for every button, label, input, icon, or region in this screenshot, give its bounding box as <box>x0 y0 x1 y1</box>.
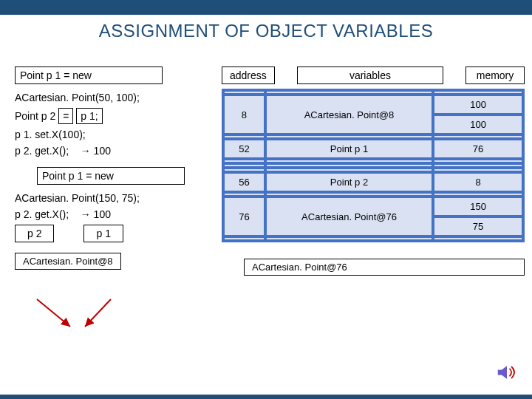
pointer-row: p 2 p 1 <box>15 225 207 242</box>
addr-cell: 76 <box>223 197 265 236</box>
var-cell: Point p 2 <box>265 172 433 192</box>
memory-table: 8 ACartesian. Point@8 100 100 52 Point p… <box>222 89 525 242</box>
pointer-arrows <box>15 296 207 355</box>
code-line-5: p 2. get.X(); → 100 <box>15 145 207 157</box>
object-row: ACartesian. Point@8 <box>15 253 207 270</box>
svg-line-1 <box>85 299 111 327</box>
table-row: 52 Point p 1 76 <box>223 139 523 159</box>
mem-cell: 100 <box>433 115 523 134</box>
code-line-2: ACartesian. Point(50, 100); <box>15 92 207 103</box>
code-column: Point p 1 = new ACartesian. Point(50, 10… <box>15 66 207 270</box>
speaker-icon <box>497 364 517 381</box>
code-line-6: Point p 1 = new <box>37 167 185 185</box>
mem-cell: 76 <box>433 139 523 159</box>
code-fragment-p1: p 1; <box>76 108 102 124</box>
mem-cell: 150 <box>433 197 523 216</box>
slide-content: Point p 1 = new ACartesian. Point(50, 10… <box>15 66 517 387</box>
svg-marker-2 <box>498 366 507 379</box>
object-box-76: ACartesian. Point@76 <box>244 259 525 276</box>
addr-cell: 8 <box>223 95 265 134</box>
addr-cell: 52 <box>223 139 265 159</box>
code-fragment: Point p 2 <box>15 110 55 122</box>
code-line-8: p 2. get.X(); → 100 <box>15 208 207 220</box>
code-fragment: p 2. get.X(); <box>15 145 69 157</box>
code-line-3: Point p 2 = p 1; <box>15 108 207 124</box>
code-fragment: p 2. get.X(); <box>15 208 69 220</box>
header-memory: memory <box>466 66 525 84</box>
header-address: address <box>222 66 275 84</box>
slide-title: ASSIGNMENT OF OBJECT VARIABLES <box>0 21 532 41</box>
mem-cell: 8 <box>433 172 523 192</box>
object-box-8: ACartesian. Point@8 <box>15 253 121 270</box>
var-cell: ACartesian. Point@76 <box>265 197 433 236</box>
pointer-p2: p 2 <box>15 225 54 242</box>
table-row: 8 ACartesian. Point@8 100 <box>223 95 523 115</box>
code-line-7: ACartesian. Point(150, 75); <box>15 192 207 204</box>
code-result: → 100 <box>81 145 111 157</box>
table-row: 76 ACartesian. Point@76 150 <box>223 197 523 216</box>
pointer-p1: p 1 <box>83 225 123 242</box>
addr-cell: 56 <box>223 172 265 192</box>
svg-line-0 <box>37 299 70 327</box>
var-cell: ACartesian. Point@8 <box>265 95 433 134</box>
memory-column: address variables memory 8 ACartesian. P… <box>222 66 525 276</box>
table-row: 56 Point p 2 8 <box>223 172 523 192</box>
code-line-4: p 1. set.X(100); <box>15 129 207 140</box>
var-cell: Point p 1 <box>265 139 433 159</box>
mem-cell: 75 <box>433 216 523 236</box>
memory-headers: address variables memory <box>222 66 525 84</box>
header-variables: variables <box>297 66 443 84</box>
code-fragment-eq: = <box>58 108 73 124</box>
code-result: → 100 <box>81 208 111 220</box>
mem-cell: 100 <box>433 95 523 115</box>
code-line-1: Point p 1 = new <box>15 66 163 84</box>
